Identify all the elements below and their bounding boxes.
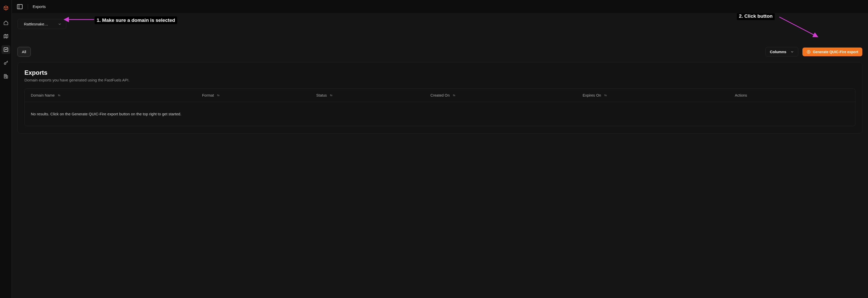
card-title: Exports xyxy=(24,69,856,76)
card-subtitle: Domain exports you have generated using … xyxy=(24,78,856,82)
annotation-step2-label: 2. Click button xyxy=(737,13,775,20)
chevron-down-icon xyxy=(790,50,794,54)
brand-logo-icon xyxy=(2,4,10,12)
sort-icon xyxy=(57,94,61,97)
filter-all[interactable]: All xyxy=(18,47,31,57)
table-empty-message: No results. Click on the Generate QUIC-F… xyxy=(25,102,855,126)
annotation-step2: 2. Click button xyxy=(737,13,824,46)
nav-home[interactable] xyxy=(2,19,10,27)
col-created-on[interactable]: Created On xyxy=(430,93,583,97)
exports-table: Domain Name Format Status Created O xyxy=(24,88,856,126)
col-expires-on[interactable]: Expires On xyxy=(583,93,735,97)
svg-rect-4 xyxy=(17,4,22,9)
panel-toggle-icon[interactable] xyxy=(17,3,23,10)
annotation-step1-label: 1. Make sure a domain is selected xyxy=(95,16,177,24)
nav-keys[interactable] xyxy=(2,59,10,67)
col-status[interactable]: Status xyxy=(316,93,430,97)
filter-row: All Columns Generate QUIC-Fire export xyxy=(18,47,862,57)
topbar-divider xyxy=(28,4,28,9)
col-actions: Actions xyxy=(735,93,849,97)
sort-icon xyxy=(329,94,333,97)
generate-export-label: Generate QUIC-Fire export xyxy=(813,50,858,54)
nav-map[interactable] xyxy=(2,32,10,41)
sort-icon xyxy=(604,94,607,97)
col-domain-name[interactable]: Domain Name xyxy=(31,93,202,97)
sort-icon xyxy=(216,94,220,97)
content: Rattlesnake… All Columns Generate QUIC-F… xyxy=(12,13,868,298)
plus-circle-icon xyxy=(807,50,811,54)
topbar: Exports xyxy=(12,0,868,13)
sort-icon xyxy=(452,94,456,97)
page-title: Exports xyxy=(33,4,46,9)
columns-button[interactable]: Columns xyxy=(766,47,798,57)
col-format[interactable]: Format xyxy=(202,93,316,97)
nav-org[interactable] xyxy=(2,72,10,81)
chevron-down-icon xyxy=(58,22,61,26)
svg-rect-3 xyxy=(6,76,7,78)
domain-select-value: Rattlesnake… xyxy=(24,22,48,26)
domain-select[interactable]: Rattlesnake… xyxy=(18,19,66,29)
columns-button-label: Columns xyxy=(770,49,786,54)
svg-line-10 xyxy=(779,17,814,35)
sidebar xyxy=(0,0,12,298)
exports-card: Exports Domain exports you have generate… xyxy=(18,62,862,134)
table-header-row: Domain Name Format Status Created O xyxy=(25,89,855,102)
nav-exports[interactable] xyxy=(2,45,10,54)
generate-export-button[interactable]: Generate QUIC-Fire export xyxy=(802,47,862,56)
annotation-step1: 1. Make sure a domain is selected xyxy=(66,13,199,29)
main-area: Exports Rattlesnake… All Columns Generat… xyxy=(12,0,868,298)
